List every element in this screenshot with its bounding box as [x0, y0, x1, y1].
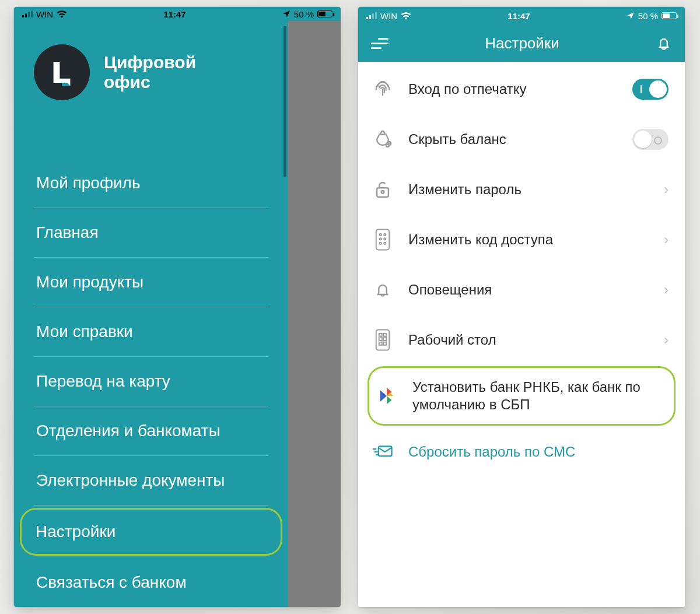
chevron-right-icon: ›: [664, 282, 668, 298]
settings-row-label: Изменить пароль: [408, 181, 651, 198]
status-bar: WIN 11:47 50 %: [358, 7, 685, 24]
chevron-right-icon: ›: [664, 332, 668, 348]
status-bar: WIN 11:47 50 %: [14, 7, 341, 21]
wifi-icon: [401, 12, 411, 20]
settings-row-moneybag[interactable]: Скрыть баланс: [358, 114, 685, 164]
brand-title: Цифровой офис: [104, 52, 196, 93]
moneybag-icon: [370, 129, 396, 149]
settings-row-dashboard[interactable]: Рабочий стол›: [358, 315, 685, 365]
settings-row-label: Вход по отпечатку: [408, 80, 620, 98]
svg-point-1: [388, 142, 391, 145]
phone-left: WIN 11:47 50 %: [14, 7, 341, 607]
svg-point-7: [380, 238, 382, 240]
svg-rect-16: [379, 342, 382, 345]
fingerprint-icon: [370, 79, 396, 99]
phone-right: WIN 11:47 50 % Настройки Вход по отпечат…: [358, 7, 685, 607]
location-icon: [626, 12, 635, 20]
svg-rect-13: [383, 334, 386, 336]
drawer-item-label: Отделения и банкоматы: [36, 422, 220, 440]
status-time: 11:47: [508, 11, 530, 21]
svg-rect-17: [383, 342, 386, 345]
svg-rect-15: [383, 338, 386, 341]
svg-rect-11: [376, 330, 390, 350]
keypad-icon: [370, 229, 396, 251]
svg-rect-12: [379, 334, 382, 336]
lock-open-icon: [370, 180, 396, 199]
battery-text: 50 %: [294, 9, 314, 19]
svg-rect-2: [377, 188, 388, 197]
svg-point-5: [380, 234, 382, 236]
carrier-label: WIN: [36, 9, 53, 19]
settings-row-sms[interactable]: Сбросить пароль по СМС: [358, 427, 685, 477]
svg-point-3: [382, 191, 384, 194]
battery-icon: [317, 10, 332, 17]
dashboard-icon: [370, 329, 396, 351]
drawer-item-label: Мой профиль: [36, 174, 141, 192]
settings-row-label: Изменить код доступа: [408, 231, 651, 248]
drawer-item-4[interactable]: Перевод на карту: [34, 357, 268, 406]
settings-row-keypad[interactable]: Изменить код доступа›: [358, 215, 685, 265]
drawer-item-label: Мои продукты: [36, 273, 144, 291]
carrier-label: WIN: [380, 11, 397, 21]
drawer-item-label: Главная: [36, 223, 99, 241]
settings-row-sbp[interactable]: Установить банк РНКБ, как банк по умолча…: [368, 366, 676, 426]
dimmed-backdrop[interactable]: [288, 21, 341, 607]
settings-row-fingerprint[interactable]: Вход по отпечатку: [358, 64, 685, 114]
drawer-item-label: Мои справки: [36, 322, 133, 341]
toggle[interactable]: [632, 79, 668, 100]
drawer-item-2[interactable]: Мои продукты: [34, 258, 268, 307]
svg-rect-4: [376, 230, 390, 250]
svg-marker-20: [387, 396, 392, 404]
drawer-item-3[interactable]: Мои справки: [34, 307, 268, 357]
drawer-item-1[interactable]: Главная: [34, 208, 268, 258]
drawer-item-7[interactable]: Настройки: [20, 508, 282, 556]
svg-point-9: [380, 243, 382, 244]
status-time: 11:47: [163, 9, 186, 19]
brand-block: Цифровой офис: [14, 21, 288, 106]
drawer-item-6[interactable]: Электронные документы: [34, 456, 268, 506]
page-title: Настройки: [485, 34, 559, 52]
drawer-item-0[interactable]: Мой профиль: [34, 159, 268, 208]
menu-icon[interactable]: [371, 38, 388, 49]
drawer-item-8[interactable]: Связаться с банком: [34, 558, 268, 607]
settings-row-bell[interactable]: Оповещения›: [358, 265, 685, 315]
sbp-icon: [374, 386, 400, 406]
app-logo-icon: [34, 44, 90, 100]
notifications-icon[interactable]: [656, 35, 672, 51]
signal-icon: [366, 12, 377, 19]
nav-bar: Настройки: [358, 24, 685, 62]
svg-point-8: [384, 238, 386, 240]
svg-marker-18: [380, 390, 387, 402]
scrollbar[interactable]: [284, 26, 286, 177]
settings-row-label: Сбросить пароль по СМС: [408, 443, 668, 461]
settings-row-label: Установить банк РНКБ, как банк по умолча…: [412, 378, 667, 413]
signal-icon: [22, 10, 33, 17]
settings-row-lock-open[interactable]: Изменить пароль›: [358, 164, 685, 215]
bell-icon: [370, 280, 396, 299]
svg-point-10: [384, 243, 386, 244]
location-icon: [282, 10, 290, 18]
drawer-item-label: Перевод на карту: [36, 372, 170, 390]
settings-row-label: Оповещения: [408, 281, 651, 299]
drawer-item-label: Электронные документы: [36, 471, 225, 489]
chevron-right-icon: ›: [664, 231, 668, 248]
svg-rect-14: [379, 338, 382, 341]
battery-icon: [662, 12, 677, 19]
side-drawer: Цифровой офис Мой профильГлавнаяМои прод…: [14, 21, 288, 607]
sms-icon: [370, 444, 396, 459]
drawer-item-label: Связаться с банком: [36, 573, 187, 591]
wifi-icon: [57, 10, 67, 18]
battery-text: 50 %: [638, 11, 658, 21]
settings-row-label: Скрыть баланс: [408, 131, 620, 148]
drawer-item-label: Настройки: [36, 522, 116, 541]
svg-point-6: [384, 234, 386, 236]
settings-row-label: Рабочий стол: [408, 331, 651, 349]
toggle[interactable]: [632, 129, 668, 150]
chevron-right-icon: ›: [664, 181, 668, 198]
drawer-item-5[interactable]: Отделения и банкоматы: [34, 406, 268, 456]
